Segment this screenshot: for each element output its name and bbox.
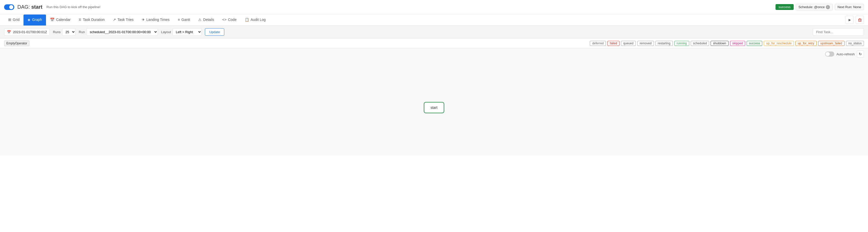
date-value: 2023-01-01T00:00:01Z [13, 30, 47, 34]
tab-graph[interactable]: ◈ Graph [24, 14, 46, 26]
landing-times-icon: ✈ [142, 17, 145, 22]
operator-badge: EmptyOperator [4, 41, 29, 46]
tab-graph-label: Graph [32, 17, 42, 22]
status-badge: success [776, 4, 794, 10]
grid-icon: ⊞ [8, 17, 11, 22]
tab-grid[interactable]: ⊞ Grid [4, 14, 24, 26]
update-button[interactable]: Update [205, 28, 224, 36]
run-dag-button[interactable]: ▶ [845, 16, 854, 24]
tab-grid-label: Grid [13, 17, 20, 22]
run-control: Run scheduled__2023-01-01T00:00:00+00:00 [79, 28, 158, 36]
schedule-info: Schedule: @once i [796, 4, 833, 10]
tab-bar-actions: ▶ [845, 16, 864, 24]
auto-refresh-label: Auto-refresh [836, 52, 855, 56]
tab-gantt[interactable]: ≡ Gantt [174, 14, 194, 26]
date-picker[interactable]: 📅 2023-01-01T00:00:01Z [4, 28, 50, 36]
auto-refresh-bar: Auto-refresh ↻ [821, 48, 868, 60]
graph-icon: ◈ [28, 17, 30, 22]
tab-bar: ⊞ Grid ◈ Graph 📅 Calendar ⧖ Task Duratio… [0, 14, 868, 26]
schedule-label: Schedule: @once [799, 5, 825, 9]
code-icon: <> [222, 17, 226, 22]
tab-details[interactable]: ⚠ Details [194, 14, 218, 26]
auto-refresh-toggle[interactable] [825, 51, 834, 56]
tab-task-duration-label: Task Duration [83, 17, 105, 22]
next-run: Next Run: None [835, 4, 864, 10]
tab-details-label: Details [203, 17, 214, 22]
status-queued[interactable]: queued [621, 41, 636, 46]
dag-description: Run this DAG to kick off the pipeline! [46, 5, 100, 9]
runs-label: Runs [53, 30, 61, 34]
runs-select[interactable]: 25 [62, 28, 75, 36]
task-tries-icon: ↗ [113, 17, 116, 22]
layout-control: Layout Left > Right Top > Bottom [161, 28, 202, 36]
status-removed[interactable]: removed [637, 41, 654, 46]
tab-code-label: Code [228, 17, 236, 22]
layout-select[interactable]: Left > Right Top > Bottom [173, 28, 202, 36]
tab-task-tries[interactable]: ↗ Task Tries [109, 14, 138, 26]
dag-name: start [31, 4, 42, 10]
task-duration-icon: ⧖ [79, 17, 81, 22]
run-label: Run [79, 30, 85, 34]
status-scheduled[interactable]: scheduled [691, 41, 709, 46]
status-success[interactable]: success [747, 41, 762, 46]
trash-icon [858, 18, 862, 22]
status-running[interactable]: running [674, 41, 689, 46]
calendar-small-icon: 📅 [7, 30, 11, 34]
dag-label: DAG: [18, 4, 30, 10]
status-no-status[interactable]: no_status [846, 41, 864, 46]
details-icon: ⚠ [198, 17, 202, 22]
graph-canvas: start [0, 60, 868, 156]
dag-title: DAG: start [18, 4, 42, 10]
calendar-icon: 📅 [50, 17, 54, 22]
tab-audit-log-label: Audit Log [251, 17, 266, 22]
status-restarting[interactable]: restarting [655, 41, 673, 46]
tab-calendar-label: Calendar [56, 17, 70, 22]
toolbar: 📅 2023-01-01T00:00:01Z Runs 25 Run sched… [0, 26, 868, 38]
header: DAG: start Run this DAG to kick off the … [0, 0, 868, 14]
info-icon[interactable]: i [826, 5, 830, 9]
status-up-for-retry[interactable]: up_for_retry [796, 41, 817, 46]
status-bar: EmptyOperator deferred failed queued rem… [0, 38, 868, 48]
find-task-wrapper [813, 28, 864, 36]
tab-task-duration[interactable]: ⧖ Task Duration [74, 14, 109, 26]
tab-calendar[interactable]: 📅 Calendar [46, 14, 74, 26]
task-node-start[interactable]: start [424, 102, 444, 113]
tab-landing-times-label: Landing Times [146, 17, 169, 22]
runs-control: Runs 25 [53, 28, 75, 36]
find-task-input[interactable] [813, 28, 864, 36]
status-upstream-failed[interactable]: upstream_failed [818, 41, 844, 46]
tab-gantt-label: Gantt [181, 17, 190, 22]
delete-dag-button[interactable] [856, 16, 864, 24]
dag-toggle[interactable] [4, 4, 14, 10]
svg-rect-0 [859, 19, 861, 22]
status-failed[interactable]: failed [608, 41, 619, 46]
tab-task-tries-label: Task Tries [118, 17, 133, 22]
refresh-button[interactable]: ↻ [857, 50, 864, 57]
gantt-icon: ≡ [178, 17, 180, 22]
layout-label: Layout [161, 30, 171, 34]
header-right: success Schedule: @once i Next Run: None [776, 4, 864, 10]
status-shutdown[interactable]: shutdown [711, 41, 728, 46]
audit-log-icon: 📋 [245, 17, 249, 22]
status-skipped[interactable]: skipped [730, 41, 745, 46]
run-select[interactable]: scheduled__2023-01-01T00:00:00+00:00 [86, 28, 158, 36]
status-badges: deferred failed queued removed restartin… [590, 41, 864, 46]
status-up-for-reschedule[interactable]: up_for_reschedule [764, 41, 794, 46]
graph-area: Auto-refresh ↻ start [0, 48, 868, 156]
tab-code[interactable]: <> Code [218, 14, 241, 26]
tab-landing-times[interactable]: ✈ Landing Times [138, 14, 174, 26]
tab-audit-log[interactable]: 📋 Audit Log [241, 14, 270, 26]
status-deferred[interactable]: deferred [590, 41, 606, 46]
